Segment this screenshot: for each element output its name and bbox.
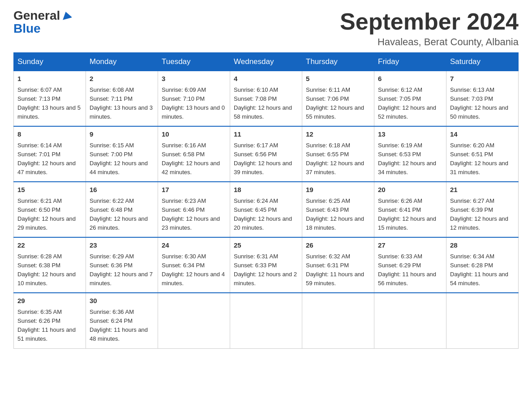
day-number: 28: [450, 240, 515, 251]
day-info: Sunrise: 6:26 AMSunset: 6:41 PMDaylight:…: [378, 197, 436, 231]
logo-general-text: General: [13, 9, 60, 22]
day-number: 14: [450, 129, 515, 140]
day-number: 2: [90, 74, 154, 84]
day-header-thursday: Thursday: [302, 53, 374, 71]
calendar-day-cell: 19 Sunrise: 6:25 AMSunset: 6:43 PMDaylig…: [302, 182, 374, 237]
day-number: 18: [234, 185, 298, 195]
day-info: Sunrise: 6:24 AMSunset: 6:45 PMDaylight:…: [234, 197, 292, 231]
calendar-day-cell: 7 Sunrise: 6:13 AMSunset: 7:03 PMDayligh…: [446, 71, 519, 127]
calendar-day-cell: [230, 293, 302, 348]
day-number: 7: [450, 74, 515, 84]
day-number: 27: [378, 240, 442, 251]
calendar-day-cell: 29 Sunrise: 6:35 AMSunset: 6:26 PMDaylig…: [14, 293, 86, 348]
calendar-day-cell: 27 Sunrise: 6:33 AMSunset: 6:29 PMDaylig…: [374, 237, 446, 293]
day-info: Sunrise: 6:22 AMSunset: 6:48 PMDaylight:…: [90, 197, 148, 231]
calendar-day-cell: 25 Sunrise: 6:31 AMSunset: 6:33 PMDaylig…: [230, 237, 302, 293]
calendar-header-row: SundayMondayTuesdayWednesdayThursdayFrid…: [14, 53, 519, 71]
calendar-day-cell: [374, 293, 446, 348]
calendar-week-row: 29 Sunrise: 6:35 AMSunset: 6:26 PMDaylig…: [14, 293, 519, 348]
svg-marker-0: [62, 11, 72, 20]
calendar-table: SundayMondayTuesdayWednesdayThursdayFrid…: [13, 52, 519, 348]
day-header-tuesday: Tuesday: [158, 53, 230, 71]
day-number: 30: [90, 296, 154, 306]
calendar-day-cell: 5 Sunrise: 6:11 AMSunset: 7:06 PMDayligh…: [302, 71, 374, 127]
calendar-week-row: 22 Sunrise: 6:28 AMSunset: 6:38 PMDaylig…: [14, 237, 519, 293]
day-info: Sunrise: 6:29 AMSunset: 6:36 PMDaylight:…: [90, 253, 153, 287]
day-info: Sunrise: 6:19 AMSunset: 6:53 PMDaylight:…: [378, 142, 436, 176]
day-number: 8: [17, 129, 82, 140]
calendar-day-cell: 24 Sunrise: 6:30 AMSunset: 6:34 PMDaylig…: [158, 237, 230, 293]
day-number: 26: [306, 240, 370, 251]
calendar-day-cell: 12 Sunrise: 6:18 AMSunset: 6:55 PMDaylig…: [302, 126, 374, 182]
calendar-day-cell: [302, 293, 374, 348]
day-number: 5: [306, 74, 370, 84]
calendar-day-cell: 17 Sunrise: 6:23 AMSunset: 6:46 PMDaylig…: [158, 182, 230, 237]
day-number: 16: [90, 185, 154, 195]
calendar-day-cell: 21 Sunrise: 6:27 AMSunset: 6:39 PMDaylig…: [446, 182, 519, 237]
day-number: 23: [90, 240, 154, 251]
calendar-week-row: 8 Sunrise: 6:14 AMSunset: 7:01 PMDayligh…: [14, 126, 519, 182]
calendar-day-cell: 13 Sunrise: 6:19 AMSunset: 6:53 PMDaylig…: [374, 126, 446, 182]
calendar-day-cell: 26 Sunrise: 6:32 AMSunset: 6:31 PMDaylig…: [302, 237, 374, 293]
day-number: 21: [450, 185, 515, 195]
day-number: 25: [234, 240, 298, 251]
day-info: Sunrise: 6:21 AMSunset: 6:50 PMDaylight:…: [17, 197, 76, 231]
day-info: Sunrise: 6:27 AMSunset: 6:39 PMDaylight:…: [450, 197, 508, 231]
calendar-day-cell: 6 Sunrise: 6:12 AMSunset: 7:05 PMDayligh…: [374, 71, 446, 127]
day-info: Sunrise: 6:32 AMSunset: 6:31 PMDaylight:…: [306, 253, 364, 287]
calendar-day-cell: [158, 293, 230, 348]
day-number: 24: [162, 240, 226, 251]
calendar-week-row: 1 Sunrise: 6:07 AMSunset: 7:13 PMDayligh…: [14, 71, 519, 127]
day-info: Sunrise: 6:35 AMSunset: 6:26 PMDaylight:…: [17, 308, 76, 342]
day-number: 12: [306, 129, 370, 140]
calendar-day-cell: 9 Sunrise: 6:15 AMSunset: 7:00 PMDayligh…: [86, 126, 158, 182]
day-number: 20: [378, 185, 442, 195]
day-info: Sunrise: 6:20 AMSunset: 6:51 PMDaylight:…: [450, 142, 508, 176]
day-info: Sunrise: 6:23 AMSunset: 6:46 PMDaylight:…: [162, 197, 220, 231]
day-info: Sunrise: 6:12 AMSunset: 7:05 PMDaylight:…: [378, 86, 436, 120]
calendar-day-cell: 30 Sunrise: 6:36 AMSunset: 6:24 PMDaylig…: [86, 293, 158, 348]
day-number: 9: [90, 129, 154, 140]
calendar-day-cell: 4 Sunrise: 6:10 AMSunset: 7:08 PMDayligh…: [230, 71, 302, 127]
day-header-monday: Monday: [86, 53, 158, 71]
title-section: September 2024 Havaleas, Berat County, A…: [340, 9, 519, 48]
calendar-day-cell: 8 Sunrise: 6:14 AMSunset: 7:01 PMDayligh…: [14, 126, 86, 182]
calendar-day-cell: [446, 293, 519, 348]
calendar-day-cell: 14 Sunrise: 6:20 AMSunset: 6:51 PMDaylig…: [446, 126, 519, 182]
day-info: Sunrise: 6:34 AMSunset: 6:28 PMDaylight:…: [450, 253, 508, 287]
location-subtitle: Havaleas, Berat County, Albania: [340, 36, 519, 48]
day-number: 17: [162, 185, 226, 195]
day-number: 11: [234, 129, 298, 140]
day-header-sunday: Sunday: [14, 53, 86, 71]
logo-blue-text: Blue: [13, 22, 41, 35]
day-number: 3: [162, 74, 226, 84]
day-info: Sunrise: 6:36 AMSunset: 6:24 PMDaylight:…: [90, 308, 148, 342]
day-number: 13: [378, 129, 442, 140]
day-number: 4: [234, 74, 298, 84]
day-info: Sunrise: 6:30 AMSunset: 6:34 PMDaylight:…: [162, 253, 225, 287]
day-info: Sunrise: 6:28 AMSunset: 6:38 PMDaylight:…: [17, 253, 76, 287]
calendar-day-cell: 1 Sunrise: 6:07 AMSunset: 7:13 PMDayligh…: [14, 71, 86, 127]
day-info: Sunrise: 6:16 AMSunset: 6:58 PMDaylight:…: [162, 142, 220, 176]
day-number: 19: [306, 185, 370, 195]
page-header: General Blue September 2024 Havaleas, Be…: [13, 9, 519, 48]
logo: General Blue: [13, 9, 72, 35]
day-info: Sunrise: 6:18 AMSunset: 6:55 PMDaylight:…: [306, 142, 364, 176]
calendar-day-cell: 10 Sunrise: 6:16 AMSunset: 6:58 PMDaylig…: [158, 126, 230, 182]
day-info: Sunrise: 6:11 AMSunset: 7:06 PMDaylight:…: [306, 86, 364, 120]
day-info: Sunrise: 6:07 AMSunset: 7:13 PMDaylight:…: [17, 86, 81, 120]
day-info: Sunrise: 6:31 AMSunset: 6:33 PMDaylight:…: [234, 253, 297, 287]
calendar-day-cell: 18 Sunrise: 6:24 AMSunset: 6:45 PMDaylig…: [230, 182, 302, 237]
day-header-friday: Friday: [374, 53, 446, 71]
day-number: 29: [17, 296, 82, 306]
day-number: 22: [17, 240, 82, 251]
day-header-saturday: Saturday: [446, 53, 519, 71]
month-year-title: September 2024: [340, 9, 519, 34]
day-info: Sunrise: 6:14 AMSunset: 7:01 PMDaylight:…: [17, 142, 76, 176]
day-info: Sunrise: 6:17 AMSunset: 6:56 PMDaylight:…: [234, 142, 292, 176]
calendar-day-cell: 20 Sunrise: 6:26 AMSunset: 6:41 PMDaylig…: [374, 182, 446, 237]
day-number: 6: [378, 74, 442, 84]
day-info: Sunrise: 6:08 AMSunset: 7:11 PMDaylight:…: [90, 86, 153, 120]
day-info: Sunrise: 6:09 AMSunset: 7:10 PMDaylight:…: [162, 86, 225, 120]
calendar-week-row: 15 Sunrise: 6:21 AMSunset: 6:50 PMDaylig…: [14, 182, 519, 237]
